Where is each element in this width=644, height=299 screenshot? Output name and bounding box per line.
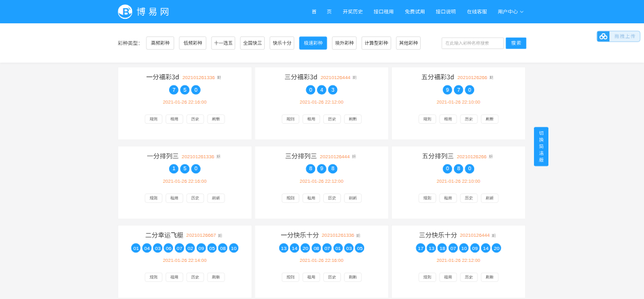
svg-text:B: B xyxy=(122,7,130,18)
